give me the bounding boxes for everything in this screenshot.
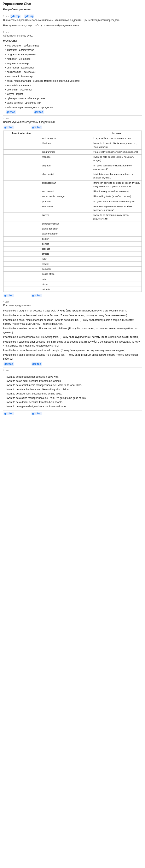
profession-cell: • designer — [39, 267, 92, 272]
table-row: • illustratorI want to do what I like (я… — [3, 141, 142, 150]
want-cell — [3, 226, 39, 231]
step3-container: 3 шаг Воспользуемся конструктором предло… — [3, 117, 142, 297]
because-cell: I want to help people (я хочу помогать л… — [92, 155, 142, 163]
step5-label: 5 шаг — [3, 369, 142, 372]
gdz-watermark-1: gdz.top — [10, 14, 21, 18]
profession-cell: • game designer — [39, 226, 92, 231]
because-cell: it's a creative job (это творческая рабо… — [92, 149, 142, 154]
sentence-line: I want to be a journalist because I like… — [3, 335, 142, 339]
col2-header — [39, 131, 92, 136]
want-cell — [3, 136, 39, 141]
short-sentence-line: I want to be a game designer because it'… — [6, 404, 139, 408]
profession-cell: • dentist — [39, 241, 92, 246]
step5-container: 5 шаг I want to be a programmer because … — [3, 369, 142, 415]
table-row: • police officer — [3, 272, 142, 277]
want-cell — [3, 189, 39, 194]
because-cell: I want to do what I like (я хочу делать … — [92, 141, 142, 150]
because-cell — [92, 226, 142, 231]
table-row: • businessmanI think I'm going to be goo… — [3, 180, 142, 189]
table-row: • lawyerI want to be famous (я хочу стат… — [3, 213, 142, 221]
gdz-watermark-11: gdz.top — [3, 412, 14, 415]
because-cell — [92, 241, 142, 246]
wordlist-item: engineer - инженер — [5, 61, 142, 66]
table-row: • designer — [3, 267, 142, 272]
because-cell: this job is never boring (эта работа не … — [92, 172, 142, 181]
gdz-watermark-4: gdz.top — [34, 111, 44, 114]
page-title: Упражнение Chat — [3, 2, 142, 6]
want-cell — [3, 267, 39, 272]
want-cell — [3, 194, 39, 199]
want-cell — [3, 149, 39, 154]
gdz-watermark-10: gdz.top — [32, 362, 42, 366]
want-cell — [3, 251, 39, 256]
table-row: • game designer — [3, 226, 142, 231]
step2-label: 2 шаг — [3, 31, 142, 33]
gdz-watermark-9: gdz.top — [3, 362, 14, 366]
want-cell — [3, 247, 39, 251]
profession-cell: • singer — [39, 282, 92, 286]
want-cell — [3, 256, 39, 261]
constructor-table: I want to be a/an because • web designer… — [3, 130, 142, 292]
constructor-tbody: • web designerit pays well (за это хорош… — [3, 136, 142, 292]
want-cell — [3, 287, 39, 292]
step3-instruction: Воспользуемся конструктором предложений. — [3, 120, 142, 124]
because-cell — [92, 267, 142, 272]
want-cell — [3, 231, 39, 236]
profession-cell: • illustrator — [39, 141, 92, 150]
table-row: • singer — [3, 282, 142, 286]
table-row: • dentist — [3, 241, 142, 246]
wordlist-item: manager - менеджер — [5, 57, 142, 61]
because-cell — [92, 277, 142, 282]
table-row: • cybersportsman — [3, 221, 142, 226]
want-cell — [3, 213, 39, 221]
profession-cell: • accountant — [39, 189, 92, 194]
table-row: • social media managerI like writing tex… — [3, 194, 142, 199]
want-cell — [3, 141, 39, 150]
profession-cell: • athlete — [39, 251, 92, 256]
sentences-block: I want to be a programmer because it pay… — [3, 309, 142, 361]
wordlist-item: illustrator - иллюстратор — [5, 48, 142, 52]
because-cell: I like writing texts (я люблю писать) — [92, 194, 142, 199]
short-sentence-line: I want to be a doctor because I want to … — [6, 400, 139, 404]
step4-container: 4 шаг Составим предложения. I want to be… — [3, 301, 142, 365]
wordlist-item: businessman - бизнесмен — [5, 70, 142, 74]
because-cell — [92, 247, 142, 251]
step1-instruction: Внимательно прочитаем задание и поймём, … — [3, 18, 142, 22]
table-row: • teacher — [3, 247, 142, 251]
profession-cell: • police officer — [39, 272, 92, 277]
table-row: • managerI want to help people (я хочу п… — [3, 155, 142, 163]
profession-cell: • programmer — [39, 149, 92, 154]
gdz-watermark-5: gdz.top — [3, 126, 14, 129]
short-sentence-line: I want to be a journalist because I like… — [6, 392, 139, 396]
wordlist-item: journalist - журналнот — [5, 83, 142, 88]
sentence-line: I want to be a game designer because it'… — [3, 353, 142, 361]
wordlist-item: game designer - дизайнер игр — [5, 101, 142, 105]
table-row: • scientist — [3, 287, 142, 292]
profession-cell: • pharmacist — [39, 172, 92, 181]
because-cell — [92, 221, 142, 226]
sentence-line: I want to be a programmer because it pay… — [3, 309, 142, 313]
because-cell: I'm good at maths (у меня хорошо с матем… — [92, 163, 142, 172]
gdz-watermark-8: gdz.top — [32, 293, 42, 297]
profession-cell: • scientist — [39, 287, 92, 292]
step2-container: 2 шаг Обратимся к списку слов. WORDLIST … — [3, 31, 142, 114]
table-row: • accountantI like drawing (я люблю рисо… — [3, 189, 142, 194]
because-cell: it pays well (за это хорошо платят) — [92, 136, 142, 141]
wordlist-item: accountant - бухгалтер — [5, 74, 142, 79]
wordlist-item: cybersportsman - киберспортсмен — [5, 96, 142, 101]
wordlist-item: social media manager - смМщик, менеджер … — [5, 79, 142, 83]
table-row: • web designerit pays well (за это хорош… — [3, 136, 142, 141]
gdz-watermark-3: gdz.top — [6, 111, 16, 114]
step1-container: 1 шаг gdz.top gdz.top Внимательно прочит… — [3, 14, 142, 27]
because-cell: I want to be famous (я хочу стать знамен… — [92, 213, 142, 221]
table-row: • engineerI'm good at maths (у меня хоро… — [3, 163, 142, 172]
table-row: • artist — [3, 256, 142, 261]
step4-instruction: Составим предложения. — [3, 303, 142, 307]
because-cell — [92, 261, 142, 267]
profession-cell: • artist — [39, 256, 92, 261]
wordlist-item: web designer - веб дизайнер — [5, 43, 142, 48]
gdz-watermark-2: gdz.top — [24, 14, 34, 18]
want-cell — [3, 204, 39, 213]
profession-cell: • web designer — [39, 136, 92, 141]
profession-cell: • businessman — [39, 180, 92, 189]
